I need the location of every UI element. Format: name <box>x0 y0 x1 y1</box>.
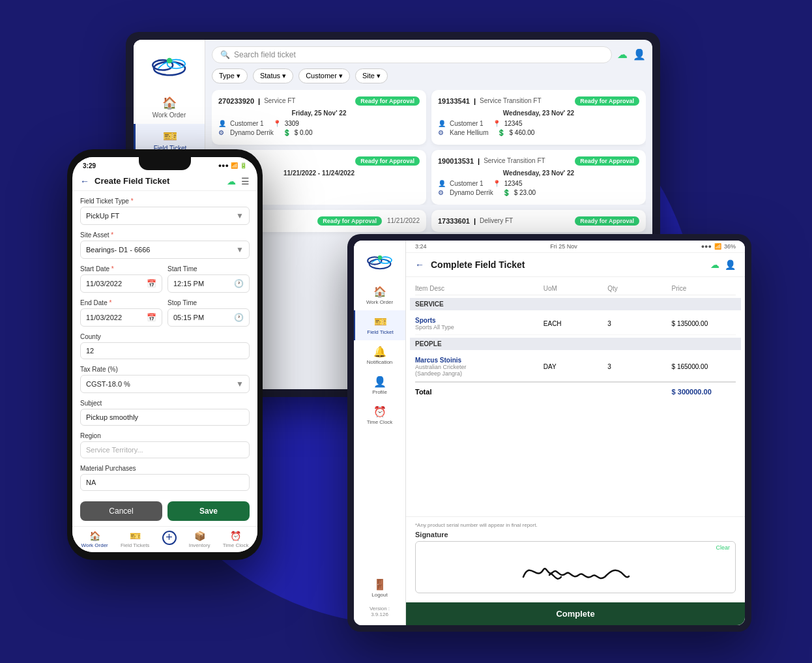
form-group-ticket-type: Field Ticket Type * PickUp FT ▼ <box>80 198 250 225</box>
gear-icon-2: ⚙ <box>438 129 446 136</box>
end-date-input[interactable]: 11/03/2022 📅 <box>80 308 162 327</box>
gear-icon-4: ⚙ <box>438 189 446 196</box>
ticket-type-input[interactable]: PickUp FT ▼ <box>80 207 250 225</box>
tablet-nav-notification[interactable]: 🔔 Notification <box>354 340 405 370</box>
ticket-card-1[interactable]: 270233920 | Service FT Ready for Approva… <box>212 90 426 145</box>
tablet-nav-workorder[interactable]: 🏠 Work Order <box>354 280 405 310</box>
subject-input[interactable]: Pickup smoothly <box>80 409 250 426</box>
cancel-button[interactable]: Cancel <box>80 501 162 521</box>
phone-nav-inventory[interactable]: 📦 Inventory <box>189 531 210 548</box>
filter-bar: Type ▾ Status ▾ Customer ▾ Site ▾ <box>212 68 646 83</box>
cloud-icon[interactable]: ☁ <box>617 48 628 61</box>
table-header: Item Desc UoM Qty Price <box>415 282 736 295</box>
search-bar[interactable]: 🔍 Search field ticket <box>212 46 612 63</box>
form-row-end: End Date * 11/03/2022 📅 Stop Time <box>80 299 250 333</box>
phone-nav-workorder[interactable]: 🏠 Work Order <box>81 531 108 548</box>
material-input[interactable]: NA <box>80 474 250 491</box>
form-group-county: County 12 <box>80 333 250 359</box>
tablet-time: 3:24 <box>415 243 427 250</box>
clock-icon-1: 🕐 <box>234 279 244 288</box>
dollar-icon-2: 💲 <box>497 129 505 136</box>
status-badge-3: Ready for Approval <box>355 156 420 166</box>
ticket-type-4: Service Transition FT <box>484 157 545 164</box>
clock-icon-2: 🕐 <box>234 313 244 322</box>
ticket-id-4: 190013531 <box>438 157 474 165</box>
save-button[interactable]: Save <box>167 501 250 521</box>
menu-icon-phone[interactable]: ☰ <box>241 176 250 186</box>
notification-tablet-icon: 🔔 <box>373 346 386 358</box>
ticket-icon: 🎫 <box>163 129 177 143</box>
form-group-start-time: Start Time 12:15 PM 🕐 <box>167 265 250 293</box>
tablet-header: ← Complete Field Ticket ☁ 👤 <box>406 253 745 277</box>
logout-tablet-icon: 🚪 <box>373 578 386 591</box>
tablet-back-btn[interactable]: ← <box>415 259 424 270</box>
header-icons: ☁ 👤 <box>617 48 646 61</box>
dollar-icon-4: 💲 <box>502 189 510 196</box>
workorder-nav-icon: 🏠 <box>89 531 100 541</box>
sig-clear-btn[interactable]: Clear <box>716 544 730 551</box>
form-group-stop-time: Stop Time 05:15 PM 🕐 <box>167 299 250 327</box>
cloud-icon-phone: ☁ <box>227 176 236 186</box>
region-input[interactable]: Service Territory... <box>80 441 250 458</box>
desktop-logo <box>147 45 192 84</box>
signature-box[interactable]: Clear <box>415 541 736 593</box>
tablet-main: 3:24 Fri 25 Nov ●●● 📶 36% ← Complete Fie… <box>406 241 745 625</box>
tablet: 🏠 Work Order 🎫 Field Ticket 🔔 Notificati… <box>347 234 751 638</box>
form-group-region: Region Service Territory... <box>80 432 250 458</box>
tablet-nav-timeclock[interactable]: ⏰ Time Clock <box>354 400 405 430</box>
gear-icon-1: ⚙ <box>218 129 226 136</box>
svg-point-3 <box>166 57 172 63</box>
tablet-signal-icon: ●●● <box>701 243 712 250</box>
tablet-nav-logout[interactable]: 🚪 Logout <box>354 573 405 603</box>
ticket-customer-row-2: 👤 Customer 1 📍 12345 <box>438 120 639 127</box>
start-date-input[interactable]: 11/03/2022 📅 <box>80 274 162 293</box>
ticket-card-4[interactable]: 190013531 | Service Transition FT Ready … <box>431 150 646 205</box>
table-row-marcus: Marcus Stoinis Australian Cricketer (San… <box>415 353 736 381</box>
form-group-site-asset: Site Asset * Bearings- D1 - 6666 ▼ <box>80 231 250 259</box>
ticket-card-6[interactable]: 17333601 | Delivery FT Ready for Approva… <box>431 210 646 232</box>
back-btn[interactable]: ← <box>80 176 89 186</box>
fieldticket-nav-icon: 🎫 <box>130 531 141 541</box>
desktop-nav-workorder[interactable]: 🏠 Work Order <box>134 91 205 124</box>
ticket-customer-row-4: 👤 Customer 1 📍 12345 <box>438 180 639 187</box>
phone-nav-timeclock[interactable]: ⏰ Time Clock <box>223 531 249 548</box>
tablet-sidebar: 🏠 Work Order 🎫 Field Ticket 🔔 Notificati… <box>354 241 406 625</box>
phone-nav-fieldtickets[interactable]: 🎫 Field Tickets <box>121 531 149 548</box>
fieldticket-tablet-icon: 🎫 <box>374 316 387 328</box>
section-service: SERVICE <box>410 298 741 310</box>
stop-time-input[interactable]: 05:15 PM 🕐 <box>167 308 250 327</box>
phone: 3:29 ●●● 📶 🔋 ← Create Field Ticket ☁ ☰ <box>67 149 263 567</box>
phone-header-title: Create Field Ticket <box>94 176 222 186</box>
table-total-row: Total $ 300000.00 <box>415 381 736 401</box>
form-group-material: Material Purchases NA <box>80 465 250 491</box>
wifi-icon: 📶 <box>231 162 238 169</box>
filter-site[interactable]: Site ▾ <box>355 68 388 83</box>
phone-nav-add[interactable]: + <box>162 531 177 548</box>
filter-status[interactable]: Status ▾ <box>253 68 293 83</box>
tablet-battery: 36% <box>724 243 736 250</box>
filter-customer[interactable]: Customer ▾ <box>298 68 350 83</box>
ticket-card-2[interactable]: 19133541 | Service Transition FT Ready f… <box>431 90 646 145</box>
sig-note: *Any product serial number will appear i… <box>415 522 736 528</box>
complete-button[interactable]: Complete <box>406 602 745 625</box>
location-icon-4: 📍 <box>493 180 500 187</box>
ticket-id-2: 19133541 <box>438 97 470 105</box>
tablet-status-icons: ●●● 📶 36% <box>701 243 736 250</box>
tablet-nav-profile[interactable]: 👤 Profile <box>354 370 405 400</box>
ticket-date-1: Friday, 25 Nov' 22 <box>218 110 420 117</box>
site-asset-input[interactable]: Bearings- D1 - 6666 ▼ <box>80 241 250 259</box>
county-input[interactable]: 12 <box>80 342 250 359</box>
table-row-sports: Sports Sports All Type EACH 3 $ 135000.0… <box>415 313 736 335</box>
tickets-grid: 270233920 | Service FT Ready for Approva… <box>212 90 646 205</box>
tax-rate-input[interactable]: CGST-18.0 % ▼ <box>80 375 250 393</box>
start-time-input[interactable]: 12:15 PM 🕐 <box>167 274 250 293</box>
ticket-equip-row-1: ⚙ Dynamo Derrik 💲 $ 0.00 <box>218 129 420 136</box>
timeclock-nav-icon: ⏰ <box>230 531 241 541</box>
user-icon[interactable]: 👤 <box>633 48 646 61</box>
form-group-subject: Subject Pickup smoothly <box>80 400 250 426</box>
section-people: PEOPLE <box>410 338 741 350</box>
dollar-icon-1: 💲 <box>283 129 291 136</box>
filter-type[interactable]: Type ▾ <box>212 68 248 83</box>
phone-footer: Cancel Save <box>72 496 257 526</box>
tablet-nav-fieldticket[interactable]: 🎫 Field Ticket <box>354 310 405 340</box>
